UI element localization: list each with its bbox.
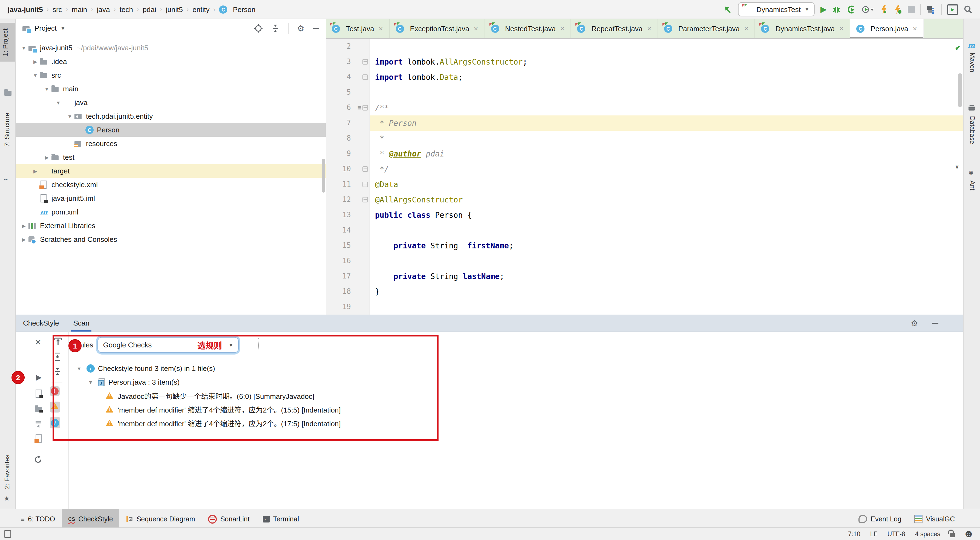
code-line-17[interactable]: 17 private String lastName; xyxy=(326,268,964,284)
tab-checkstyle[interactable]: CheckStyle xyxy=(23,314,59,332)
refresh-icon[interactable] xyxy=(34,455,42,464)
breadcrumb-item-entity[interactable]: entity xyxy=(192,5,209,13)
result-file-row[interactable]: ▼ Person.java : 3 item(s) xyxy=(86,375,964,389)
project-panel-title[interactable]: Project xyxy=(35,24,57,32)
code-line-6[interactable]: 6≣/** xyxy=(326,100,964,116)
inspection-profile-icon[interactable]: ☻ xyxy=(965,530,972,538)
indent-setting[interactable]: 4 spaces xyxy=(915,531,940,537)
checkstyle-issue[interactable]: 'member def modifier' 缩进了4个缩进符，应为2个。(17:… xyxy=(106,416,964,430)
fold-marker-icon[interactable] xyxy=(363,59,368,65)
run-button[interactable]: ▶ xyxy=(821,5,827,14)
force-debug-button[interactable] xyxy=(894,5,902,14)
breadcrumb-item-Person[interactable]: CPerson xyxy=(219,5,255,13)
run-config-select[interactable]: DynamicsTest ▼ xyxy=(738,2,815,16)
right-chevron-icon[interactable]: ▶ xyxy=(31,59,40,64)
breadcrumb-item-tech[interactable]: tech xyxy=(119,5,133,13)
tree-item-checkstyle.xml[interactable]: checkstyle.xml xyxy=(15,178,326,192)
tree-item-java-junit5[interactable]: ▼java-junit5~/pdai/www/java-junit5 xyxy=(15,41,326,55)
down-chevron-icon[interactable]: ▼ xyxy=(43,86,51,92)
tree-item-.idea[interactable]: ▶.idea xyxy=(15,55,326,68)
stripe-database-button[interactable]: Database xyxy=(969,116,976,144)
breadcrumb-item-java-junit5[interactable]: java-junit5 xyxy=(8,5,43,13)
add-rule-file-icon[interactable] xyxy=(35,434,43,445)
check-module-icon[interactable] xyxy=(35,405,43,415)
tree-item-pom.xml[interactable]: mpom.xml xyxy=(15,205,326,219)
locate-file-icon[interactable] xyxy=(254,24,262,33)
tree-item-tech.pdai.junit5.entity[interactable]: ▼tech.pdai.junit5.entity xyxy=(15,110,326,123)
editor-tab-ExceptionTest.java[interactable]: CExceptionTest.java✕ xyxy=(390,19,485,38)
code-line-3[interactable]: 3import lombok.AllArgsConstructor; xyxy=(326,54,964,70)
down-chevron-icon[interactable]: ▼ xyxy=(66,114,74,119)
code-line-16[interactable]: 16 xyxy=(326,253,964,268)
expand-all-icon[interactable] xyxy=(54,353,61,361)
run-anything-button[interactable]: ▶ xyxy=(947,4,958,14)
gear-icon[interactable]: ⚙ xyxy=(911,318,918,328)
caret-position[interactable]: 7:10 xyxy=(848,531,861,537)
close-icon[interactable]: ✕ xyxy=(379,25,383,32)
result-summary-row[interactable]: ▼ i Checkstyle found 3 item(s) in 1 file… xyxy=(75,362,964,375)
code-line-9[interactable]: 9 * @author pdai xyxy=(326,146,964,161)
code-line-14[interactable]: 14 xyxy=(326,223,964,238)
fold-marker-icon[interactable] xyxy=(363,105,368,111)
check-file-icon[interactable] xyxy=(35,389,43,400)
checkstyle-issue[interactable]: Javadoc的第一句缺少一个结束时期。(6:0) [SummaryJavado… xyxy=(106,389,964,403)
stripe-favorites-button[interactable]: 2: Favorites xyxy=(3,455,11,489)
tree-item-test[interactable]: ▶test xyxy=(15,151,326,164)
checkstyle-issue[interactable]: 'member def modifier' 缩进了4个缩进符，应为2个。(15:… xyxy=(106,403,964,416)
code-line-7[interactable]: 7 * Person xyxy=(326,116,964,131)
fold-marker-icon[interactable] xyxy=(363,197,368,202)
tree-item-Scratches and Consoles[interactable]: ▶Scratches and Consoles xyxy=(15,232,326,246)
code-line-8[interactable]: 8 * xyxy=(326,131,964,146)
breadcrumb-item-junit5[interactable]: junit5 xyxy=(166,5,183,13)
export-icon[interactable] xyxy=(54,337,62,346)
hide-panel-icon[interactable] xyxy=(313,28,319,29)
tab-scan[interactable]: Scan xyxy=(73,314,89,332)
file-encoding[interactable]: UTF-8 xyxy=(888,531,905,537)
code-line-13[interactable]: 13public class Person { xyxy=(326,207,964,223)
tree-item-resources[interactable]: resources xyxy=(15,137,326,151)
chevron-down-icon[interactable]: ▼ xyxy=(75,366,83,371)
right-chevron-icon[interactable]: ▶ xyxy=(20,223,28,229)
close-icon[interactable]: ✕ xyxy=(560,25,565,32)
close-icon[interactable]: ✕ xyxy=(913,25,917,32)
toolwindow-sequence-diagram[interactable]: Sequence Diagram xyxy=(119,509,202,529)
editor-tab-Test.java[interactable]: CTest.java✕ xyxy=(326,19,390,38)
inspection-ok-icon[interactable]: ✔ xyxy=(955,44,961,52)
breadcrumb-item-pdai[interactable]: pdai xyxy=(143,5,156,13)
fold-marker-icon[interactable] xyxy=(363,166,368,172)
code-line-18[interactable]: 18} xyxy=(326,284,964,299)
stripe-project-button[interactable]: 1: Project xyxy=(0,23,15,62)
code-line-4[interactable]: 4import lombok.Data; xyxy=(326,70,964,85)
stripe-maven-button[interactable]: Maven xyxy=(969,52,976,72)
tree-item-External Libraries[interactable]: ▶External Libraries xyxy=(15,219,326,232)
right-chevron-icon[interactable]: ▶ xyxy=(20,237,28,242)
toolwindow-checkstyle[interactable]: CS CheckStyle xyxy=(62,509,119,529)
tree-item-main[interactable]: ▼main xyxy=(15,82,326,96)
line-ending[interactable]: LF xyxy=(870,531,878,537)
update-arrow-icon[interactable] xyxy=(723,5,732,14)
fold-marker-icon[interactable] xyxy=(363,182,368,187)
project-structure-button[interactable] xyxy=(926,5,935,14)
down-chevron-icon[interactable]: ▼ xyxy=(54,100,62,105)
editor-scrollbar[interactable] xyxy=(958,73,962,107)
editor-tab-ParameterTest.java[interactable]: CParameterTest.java✕ xyxy=(658,19,755,38)
toolwindow-switcher-icon[interactable] xyxy=(0,530,11,538)
fold-marker-icon[interactable] xyxy=(363,75,368,80)
code-line-15[interactable]: 15 private String firstName; xyxy=(326,238,964,253)
tree-item-Person[interactable]: CPerson xyxy=(15,123,326,137)
search-everywhere-icon[interactable] xyxy=(964,5,972,14)
rules-select[interactable]: Google Checks 选规则 ▼ xyxy=(98,337,239,353)
filter-warnings-button[interactable] xyxy=(50,402,60,413)
profiler-button[interactable] xyxy=(861,5,874,14)
toolwindow-sonarlint[interactable]: SonarLint xyxy=(202,509,256,529)
breadcrumb-item-src[interactable]: src xyxy=(52,5,62,13)
clear-results-icon[interactable] xyxy=(34,420,43,428)
code-line-2[interactable]: 2 xyxy=(326,39,964,54)
gear-icon[interactable]: ⚙ xyxy=(297,23,304,33)
collapse-all-icon[interactable] xyxy=(54,368,61,375)
close-icon[interactable]: ✕ xyxy=(35,338,41,346)
tree-item-java-junit5.iml[interactable]: java-junit5.iml xyxy=(15,192,326,205)
close-icon[interactable]: ✕ xyxy=(474,25,478,32)
filter-errors-button[interactable]: ! xyxy=(50,386,60,396)
toolwindow-terminal[interactable]: ›_ Terminal xyxy=(256,509,306,529)
